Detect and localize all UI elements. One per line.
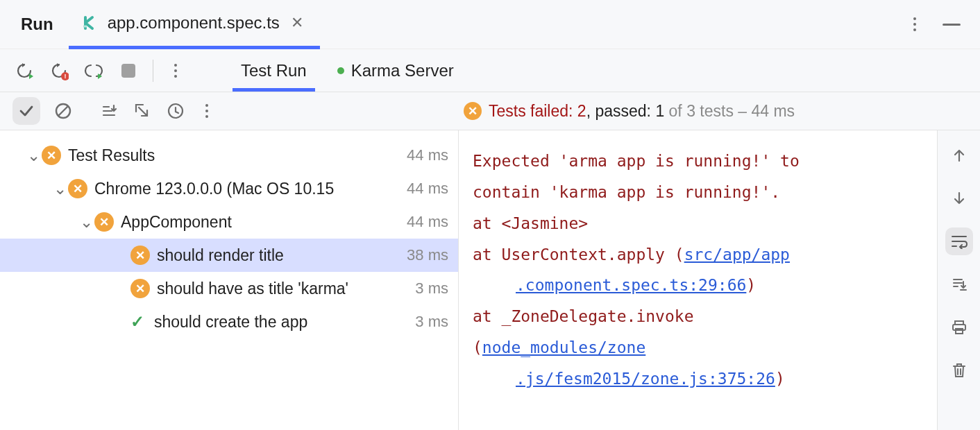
- output-line: contain 'karma app is running!'.: [473, 177, 924, 208]
- print-button[interactable]: [945, 313, 973, 341]
- summary-of: of 3 tests: [664, 102, 734, 120]
- output-toolbar: [937, 130, 980, 430]
- run-tool-window: Run app.component.spec.ts ✕ !: [0, 0, 980, 430]
- summary-time: 44 ms: [751, 102, 795, 120]
- tree-test-2-label: should have as title 'karma': [157, 280, 409, 298]
- tree-browser-time: 44 ms: [401, 180, 448, 198]
- tree-root-label: Test Results: [68, 146, 401, 165]
- output-line: at _ZoneDelegate.invoke: [473, 301, 924, 332]
- tab-filename: app.component.spec.ts: [108, 13, 280, 33]
- filter-bar: Tests failed: 2, passed: 1 of 3 tests – …: [0, 92, 980, 130]
- summary-passed-count: 1: [655, 102, 664, 120]
- output-text: ): [775, 370, 785, 388]
- fail-icon: [130, 279, 150, 298]
- output-line: at UserContext.apply (src/app/app: [473, 239, 924, 270]
- run-toolbar: ! Test Run Karma Server: [0, 49, 980, 92]
- chevron-down-icon[interactable]: ⌄: [78, 213, 94, 232]
- tree-root-time: 44 ms: [401, 146, 448, 164]
- output-line: .js/fesm2015/zone.js:375:26): [473, 363, 924, 395]
- chevron-down-icon[interactable]: ⌄: [51, 180, 68, 198]
- history-button[interactable]: [165, 101, 186, 121]
- svg-line-3: [58, 106, 68, 116]
- rerun-button[interactable]: [14, 60, 35, 81]
- show-ignored-toggle[interactable]: [53, 101, 74, 121]
- summary-failed-label: Tests failed:: [489, 102, 573, 120]
- fail-icon: [464, 102, 482, 120]
- fail-icon: [130, 246, 150, 265]
- toggle-autotest-button[interactable]: [83, 60, 104, 81]
- tree-suite-time: 44 ms: [401, 213, 448, 231]
- fail-icon: [42, 146, 61, 165]
- soft-wrap-button[interactable]: [945, 227, 973, 255]
- tree-test-1-time: 38 ms: [401, 246, 448, 264]
- tree-root[interactable]: ⌄ Test Results 44 ms: [0, 139, 458, 172]
- summary-dash: –: [734, 102, 752, 120]
- body-split: ⌄ Test Results 44 ms ⌄ Chrome 123.0.0.0 …: [0, 130, 980, 430]
- minimize-icon[interactable]: [943, 24, 961, 26]
- sort-button[interactable]: [99, 101, 119, 121]
- output-line: (node_modules/zone: [473, 332, 924, 363]
- scroll-to-end-button[interactable]: [945, 270, 973, 298]
- output-line: at <Jasmine>: [473, 208, 924, 239]
- tree-test-3[interactable]: ✓ should create the app 3 ms: [0, 305, 458, 338]
- stack-link[interactable]: src/app/app: [684, 246, 790, 264]
- tab-karma-server[interactable]: Karma Server: [322, 49, 469, 92]
- fail-icon: [94, 212, 114, 232]
- test-tree[interactable]: ⌄ Test Results 44 ms ⌄ Chrome 123.0.0.0 …: [0, 130, 458, 430]
- tree-test-2[interactable]: should have as title 'karma' 3 ms: [0, 272, 458, 305]
- expand-all-button[interactable]: [132, 101, 153, 121]
- stack-link[interactable]: .component.spec.ts:29:66: [516, 276, 746, 294]
- rerun-failed-button[interactable]: !: [49, 60, 69, 81]
- chevron-down-icon[interactable]: ⌄: [25, 146, 42, 165]
- previous-failure-button[interactable]: [945, 141, 973, 169]
- run-more-options[interactable]: [167, 62, 184, 79]
- test-summary: Tests failed: 2, passed: 1 of 3 tests – …: [228, 102, 980, 121]
- filter-more-options[interactable]: [198, 103, 215, 119]
- summary-comma: ,: [586, 102, 595, 120]
- tab-test-run[interactable]: Test Run: [226, 49, 322, 92]
- test-output[interactable]: Expected 'arma app is running!' to conta…: [458, 130, 937, 430]
- tab-karma-server-label: Karma Server: [351, 61, 454, 80]
- tree-test-1[interactable]: should render title 38 ms: [0, 239, 458, 272]
- stop-button[interactable]: [118, 60, 139, 81]
- summary-failed-count: 2: [577, 102, 586, 120]
- summary-passed-label: passed:: [595, 102, 651, 120]
- fail-icon: [68, 179, 87, 198]
- tree-suite[interactable]: ⌄ AppComponent 44 ms: [0, 205, 458, 239]
- output-text: (: [473, 338, 482, 356]
- tree-test-1-label: should render title: [157, 246, 401, 265]
- pass-icon: ✓: [128, 312, 147, 332]
- panel-title: Run: [0, 0, 69, 49]
- stack-link[interactable]: .js/fesm2015/zone.js:375:26: [516, 370, 775, 388]
- show-passed-toggle[interactable]: [12, 97, 40, 125]
- tree-browser[interactable]: ⌄ Chrome 123.0.0.0 (Mac OS 10.15 44 ms: [0, 172, 458, 205]
- top-tab-bar: Run app.component.spec.ts ✕: [0, 0, 980, 49]
- output-text: ): [746, 276, 756, 294]
- close-tab-icon[interactable]: ✕: [287, 12, 307, 33]
- tree-test-3-time: 3 ms: [409, 313, 448, 331]
- output-line: Expected 'arma app is running!' to: [473, 146, 924, 177]
- output-line: .component.spec.ts:29:66): [473, 270, 924, 301]
- tree-browser-label: Chrome 123.0.0.0 (Mac OS 10.15: [94, 180, 401, 198]
- tree-test-3-label: should create the app: [154, 313, 409, 332]
- tree-suite-label: AppComponent: [121, 213, 401, 232]
- more-options-icon[interactable]: [906, 16, 923, 33]
- output-text: at UserContext.apply (: [473, 246, 684, 264]
- tree-test-2-time: 3 ms: [409, 280, 448, 298]
- next-failure-button[interactable]: [945, 184, 973, 212]
- svg-text:!: !: [65, 73, 67, 80]
- editor-tab-active[interactable]: app.component.spec.ts ✕: [69, 0, 320, 49]
- karma-icon: [81, 13, 101, 33]
- stack-link[interactable]: node_modules/zone: [482, 338, 645, 356]
- server-status-dot: [337, 67, 344, 74]
- delete-button[interactable]: [945, 356, 973, 384]
